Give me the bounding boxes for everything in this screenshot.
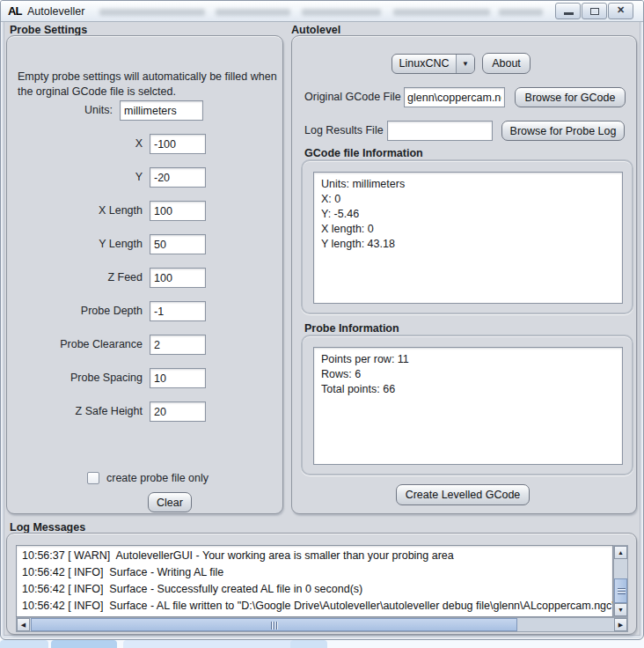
scroll-left-button[interactable]: ◀ xyxy=(17,618,30,631)
y-label: Y xyxy=(7,171,143,183)
log-line: 10:56:42 [ INFO] Surface - Writing AL fi… xyxy=(22,564,612,581)
titlebar[interactable]: AL Autoleveller ✕ xyxy=(1,1,643,22)
gcode-info-textarea[interactable]: Units: millimetersX: 0Y: -5.46X length: … xyxy=(313,172,623,304)
description-line: the orginal GCode file is selcted. xyxy=(18,85,277,99)
probe-clearance-input[interactable] xyxy=(150,335,206,355)
scroll-left-icon: ◀ xyxy=(21,622,26,628)
x-input[interactable] xyxy=(150,134,206,154)
autolevel-title: Autolevel xyxy=(291,24,340,36)
z-safe-height-input[interactable] xyxy=(150,401,206,422)
units-input[interactable] xyxy=(120,100,203,121)
thumb-grip-icon xyxy=(271,622,278,630)
taskbar-fragment xyxy=(0,640,48,648)
scroll-up-button[interactable]: ▲ xyxy=(614,546,627,559)
about-button[interactable]: About xyxy=(482,53,531,74)
scroll-down-icon: ▼ xyxy=(618,607,624,613)
close-icon: ✕ xyxy=(609,4,633,16)
controller-combobox[interactable]: LinuxCNC ▼ xyxy=(392,54,475,74)
log-line: 10:56:37 [ WARN] AutolevellerGUI - Your … xyxy=(22,548,612,564)
log-messages-panel: 10:56:37 [ WARN] AutolevellerGUI - Your … xyxy=(6,533,637,635)
gcode-info-line: Y: -5.46 xyxy=(321,207,622,222)
original-gcode-file-label: Original GCode File xyxy=(304,91,401,103)
combobox-arrow-button[interactable]: ▼ xyxy=(456,55,474,73)
probe-spacing-input[interactable] xyxy=(150,368,206,388)
probe-clearance-label: Probe Clearance xyxy=(7,338,143,350)
z-safe-height-label: Z Safe Height xyxy=(7,405,143,417)
redacted-titlebar-text xyxy=(99,9,205,16)
description-line: Empty probe settings will automatically … xyxy=(18,70,277,85)
create-probe-file-only-label: create probe file only xyxy=(106,472,209,484)
log-line: 10:56:42 [ INFO] Surface - AL file writt… xyxy=(22,598,612,615)
app-icon: AL xyxy=(8,4,21,18)
minimize-button[interactable] xyxy=(555,3,581,19)
taskbar-fragment xyxy=(51,640,117,648)
create-probe-file-only-checkbox[interactable] xyxy=(87,472,99,484)
vertical-scrollbar-thumb[interactable] xyxy=(614,578,627,603)
scroll-up-icon: ▲ xyxy=(618,549,624,556)
taskbar-sliver xyxy=(0,640,644,648)
log-textarea[interactable]: 10:56:37 [ WARN] AutolevellerGUI - Your … xyxy=(16,545,613,617)
gcode-info-line: Units: millimeters xyxy=(321,177,622,192)
units-label: Units: xyxy=(7,104,113,116)
z-feed-label: Z Feed xyxy=(7,271,143,284)
scroll-right-button[interactable]: ▶ xyxy=(614,618,627,631)
screen: AL Autoleveller ✕ Probe Settings Empty p… xyxy=(0,0,644,648)
log-messages-title: Log Messages xyxy=(10,521,85,534)
minimize-icon xyxy=(564,12,574,15)
probe-depth-input[interactable] xyxy=(150,301,206,321)
probe-info-textarea[interactable]: Points per row: 11Rows: 6Total points: 6… xyxy=(313,347,623,465)
taskbar-fragment xyxy=(290,640,327,648)
caption-buttons: ✕ xyxy=(555,3,633,19)
autolevel-panel: LinuxCNC ▼ About Original GCode File Bro… xyxy=(291,35,637,514)
log-vertical-scrollbar[interactable]: ▲ ▼ xyxy=(613,545,628,617)
probe-info-line: Rows: 6 xyxy=(321,367,622,382)
probe-settings-title: Probe Settings xyxy=(10,24,87,36)
browse-probe-log-button[interactable]: Browse for Probe Log xyxy=(501,121,625,141)
thumb-grip-icon xyxy=(618,588,626,594)
window-title: Autoleveller xyxy=(27,5,84,18)
chevron-down-icon: ▼ xyxy=(462,61,469,68)
x-label: X xyxy=(7,137,143,150)
probe-info-title: Probe Information xyxy=(304,322,399,335)
gcode-info-line: Y length: 43.18 xyxy=(321,237,622,252)
maximize-button[interactable] xyxy=(582,3,607,19)
gcode-info-subpanel: Units: millimetersX: 0Y: -5.46X length: … xyxy=(301,159,633,314)
probe-depth-label: Probe Depth xyxy=(7,305,143,317)
original-gcode-file-input[interactable] xyxy=(404,87,505,107)
probe-info-subpanel: Points per row: 11Rows: 6Total points: 6… xyxy=(301,335,633,475)
redacted-titlebar-text xyxy=(302,9,381,16)
create-levelled-gcode-button[interactable]: Create Levelled GCode xyxy=(396,484,530,505)
x-length-input[interactable] xyxy=(150,201,206,221)
z-feed-input[interactable] xyxy=(150,268,206,288)
y-length-label: Y Length xyxy=(7,238,143,250)
log-horizontal-scrollbar[interactable]: ◀ ▶ xyxy=(16,617,628,632)
probe-info-line: Points per row: 11 xyxy=(321,352,622,367)
horizontal-scrollbar-thumb[interactable] xyxy=(31,618,517,631)
probe-spacing-label: Probe Spacing xyxy=(7,372,143,384)
gcode-info-title: GCode file Information xyxy=(304,147,423,159)
scroll-right-icon: ▶ xyxy=(618,622,623,628)
controller-combobox-value: LinuxCNC xyxy=(392,55,456,73)
y-length-input[interactable] xyxy=(150,234,206,254)
gcode-info-line: X length: 0 xyxy=(321,222,622,237)
browse-gcode-button[interactable]: Browse for GCode xyxy=(515,87,626,107)
log-results-file-input[interactable] xyxy=(387,121,493,141)
probe-settings-panel: Empty probe settings will automatically … xyxy=(6,35,283,514)
log-line: 10:56:42 [ INFO] Surface - Successfully … xyxy=(22,581,612,598)
redacted-titlebar-text xyxy=(216,9,290,16)
y-input[interactable] xyxy=(150,167,206,188)
maximize-icon xyxy=(590,8,599,15)
probe-settings-description: Empty probe settings will automatically … xyxy=(18,70,277,99)
redacted-titlebar-text xyxy=(393,9,490,16)
window-content: Probe Settings Empty probe settings will… xyxy=(4,22,640,636)
x-length-label: X Length xyxy=(7,204,143,217)
scroll-down-button[interactable]: ▼ xyxy=(614,603,627,616)
clear-button[interactable]: Clear xyxy=(148,492,192,512)
close-button[interactable]: ✕ xyxy=(608,3,633,19)
gcode-info-line: X: 0 xyxy=(321,192,622,207)
log-results-file-label: Log Results File xyxy=(304,124,384,136)
app-window: AL Autoleveller ✕ Probe Settings Empty p… xyxy=(0,0,644,640)
probe-info-line: Total points: 66 xyxy=(321,382,622,397)
redacted-titlebar-text xyxy=(499,9,543,16)
